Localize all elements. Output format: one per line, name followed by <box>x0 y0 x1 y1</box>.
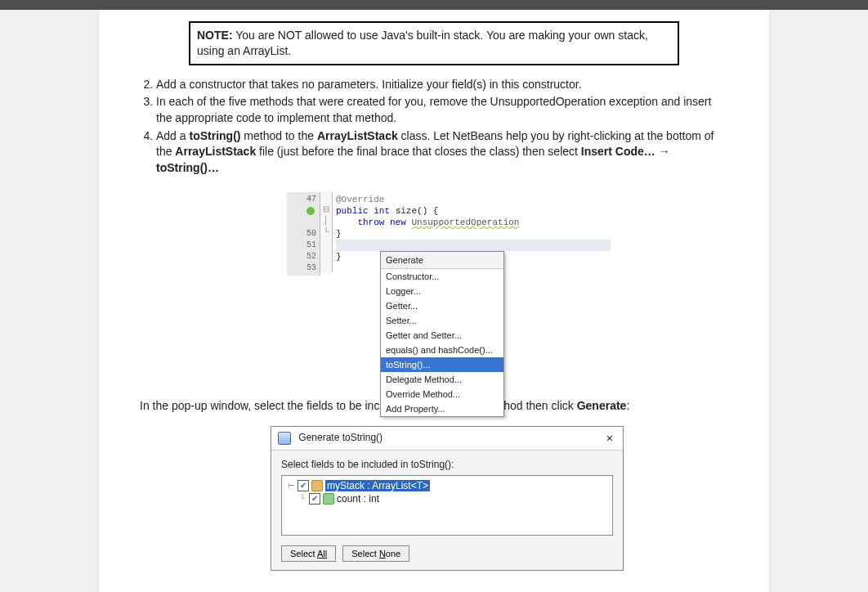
ctx-item-delegate[interactable]: Delegate Method... <box>381 372 503 387</box>
step-3-text: In each of the five methods that were cr… <box>156 95 711 124</box>
window-topbar <box>0 0 868 10</box>
para-part-a: In the pop-up window, select the fields … <box>140 399 577 412</box>
line-num-47: 47 <box>290 194 316 205</box>
ctx-item-getter[interactable]: Getter... <box>381 298 503 313</box>
btn-text-prefix: Select <box>290 549 317 558</box>
note-label: NOTE: <box>197 29 233 42</box>
ctx-item-setter[interactable]: Setter... <box>381 313 503 328</box>
code-blank-highlight <box>336 240 611 251</box>
step-4-part-b: toString() <box>189 129 240 142</box>
code-editor-figure: 47 50 51 52 53 ⊟ │ └ <box>287 192 614 276</box>
line-num-50: 50 <box>290 228 316 240</box>
generate-context-menu[interactable]: Generate Constructor... Logger... Getter… <box>380 251 504 417</box>
line-num-51: 51 <box>290 240 316 251</box>
line-num-52: 52 <box>290 251 316 262</box>
checkbox-mystack[interactable]: ✔ <box>298 480 309 491</box>
para-part-c: : <box>626 399 629 412</box>
ctx-item-equals-hashcode[interactable]: equals() and hashCode()... <box>381 343 503 357</box>
ctx-item-tostring[interactable]: toString()... <box>381 357 503 372</box>
field-icon <box>311 480 323 491</box>
code-override: @Override <box>336 195 384 204</box>
generate-tostring-dialog: Generate toString() × Select fields to b… <box>271 426 624 571</box>
ctx-item-override[interactable]: Override Method... <box>381 387 503 401</box>
field-label-count: count : int <box>337 493 379 505</box>
code-area: @Override public int size() { throw new … <box>333 192 614 276</box>
code-close-brace-1: } <box>336 228 611 240</box>
ctx-item-getter-setter[interactable]: Getter and Setter... <box>381 328 503 343</box>
step-2-text: Add a constructor that takes no paramete… <box>156 78 582 91</box>
step-3: In each of the five methods that were cr… <box>156 94 728 126</box>
dialog-close-button[interactable]: × <box>603 432 616 445</box>
ctx-item-constructor[interactable]: Constructor... <box>381 269 503 284</box>
step-4-part-a: Add a <box>156 129 189 142</box>
tree-connector-icon: └ <box>298 494 306 503</box>
field-icon <box>323 493 334 505</box>
note-text: You are NOT allowed to use Java's built-… <box>197 29 648 57</box>
code-exception: UnsupportedOperation <box>411 218 519 227</box>
select-none-button[interactable]: Select None <box>342 545 409 562</box>
line-icon-row <box>290 205 316 217</box>
tree-row-count[interactable]: └ ✔ count : int <box>297 492 609 505</box>
field-tree: ⊢ ✔ myStack : ArrayList<T> └ ✔ count : i… <box>281 475 613 536</box>
dialog-titlebar: Generate toString() × <box>271 427 623 451</box>
fold-toggle-icon: ⊟ <box>320 204 332 215</box>
dialog-label: Select fields to be included in toString… <box>281 459 613 470</box>
circle-icon <box>306 207 315 215</box>
tree-row-mystack[interactable]: ⊢ ✔ myStack : ArrayList<T> <box>285 479 609 492</box>
ctx-item-add-property[interactable]: Add Property... <box>381 401 503 416</box>
editor-gutter: 47 50 51 52 53 <box>287 192 320 276</box>
document-page: NOTE: You are NOT allowed to use Java's … <box>99 10 769 592</box>
code-kw-int: int <box>374 206 395 216</box>
code-method-name: size() { <box>396 206 439 216</box>
note-box: NOTE: You are NOT allowed to use Java's … <box>189 21 679 65</box>
step-4-part-d: ArrayListStack <box>317 129 398 142</box>
dialog-title: Generate toString() <box>298 432 383 443</box>
code-kw-public: public <box>336 206 374 216</box>
ctx-item-logger[interactable]: Logger... <box>381 284 503 298</box>
step-4: Add a toString() method to the ArrayList… <box>156 128 728 177</box>
field-label-mystack: myStack : ArrayList<T> <box>325 480 430 491</box>
line-blank <box>290 217 316 228</box>
ctx-menu-header: Generate <box>381 252 503 269</box>
step-4-part-c: method to the <box>240 129 316 142</box>
step-2: Add a constructor that takes no paramete… <box>156 77 728 93</box>
step-4-part-f: ArrayListStack <box>175 145 256 158</box>
btn-text-underlined: All <box>317 549 327 558</box>
para-part-b: Generate <box>577 399 627 412</box>
line-num-53: 53 <box>290 262 316 274</box>
code-throw: throw new <box>357 218 411 227</box>
fold-column: ⊟ │ └ <box>320 192 333 272</box>
instruction-list: Add a constructor that takes no paramete… <box>140 77 728 177</box>
step-4-part-g: file (just before the final brace that c… <box>256 145 581 158</box>
select-all-button[interactable]: Select All <box>281 545 336 562</box>
dialog-icon <box>278 432 291 445</box>
tree-connector-icon: ⊢ <box>287 481 295 490</box>
checkbox-count[interactable]: ✔ <box>309 493 320 505</box>
